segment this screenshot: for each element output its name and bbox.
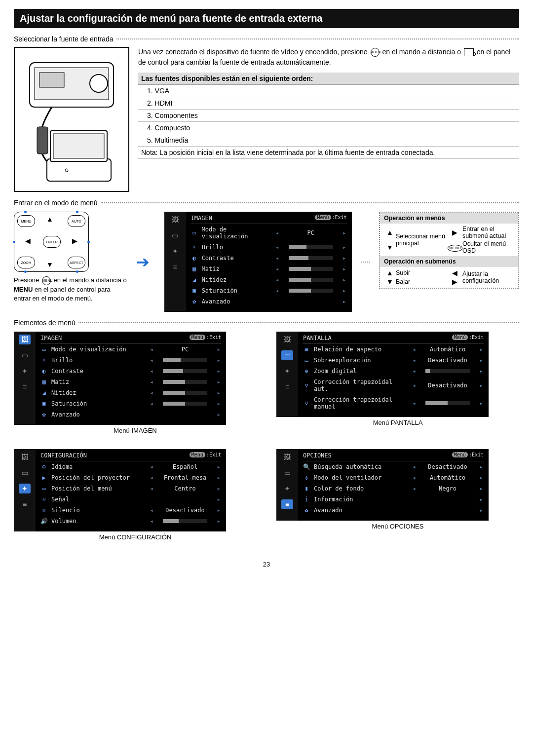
- osd-row: ▦Matiz◂▸: [40, 377, 221, 387]
- osd-opciones: 🖼▭✦≡ OPCIONESMenú:Exit 🔍Búsqueda automát…: [276, 449, 519, 521]
- projector-connection-illustration: [14, 47, 129, 192]
- remote-caption: Presione MENU en el mando a distancia o …: [14, 276, 127, 303]
- osd-row: ▦Matiz◂▸: [191, 264, 347, 274]
- svg-rect-4: [37, 127, 48, 154]
- projector-svg: [20, 53, 123, 186]
- osd-tab-icon: ≡: [281, 499, 293, 509]
- osd-row: ☼Brillo◂▸: [40, 355, 221, 366]
- osd-tab-icon: ≡: [19, 499, 31, 509]
- source-item: 2. HDMI: [138, 97, 519, 110]
- osd-row: ▽Corrección trapezoidal aut.◂Desactivado…: [303, 377, 484, 394]
- source-item: 3. Componentes: [138, 110, 519, 122]
- remote-auto-btn: AUTO: [68, 215, 85, 227]
- osd-tab-icon: ✦: [19, 366, 31, 376]
- remote-illustration: MENU AUTO ENTER ZOOM ASPECT ▲ ▼ ◀ ▶: [14, 212, 89, 272]
- operations-box: Operación en menús ▲ Seleccionar menú pr…: [379, 212, 519, 289]
- osd-row: ◢Nitidez◂▸: [40, 387, 221, 398]
- osd-row: ▣Saturación◂▸: [40, 398, 221, 409]
- osd-row: ▭Modo de visualización◂PC▸: [40, 344, 221, 355]
- section-enter-menu-heading: Entrar en el modo de menú: [14, 199, 519, 207]
- osd-row: ⊕Idioma◂Español▸: [40, 461, 221, 472]
- page-title: Ajustar la configuración de menú para fu…: [14, 9, 519, 28]
- dots: [78, 322, 519, 323]
- osd-imagen-main: 🖼▭✦≡ IMAGENMenú:Exit ▭Modo de visualizac…: [164, 212, 352, 312]
- menus-grid: 🖼▭✦≡ IMAGENMenú:Exit ▭Modo de visualizac…: [14, 332, 519, 541]
- osd-tab-icon: ≡: [169, 262, 181, 272]
- osd-tab-icon: ✦: [281, 484, 293, 493]
- osd-tab-icon: 🖼: [19, 452, 31, 462]
- page-number: 23: [14, 561, 519, 568]
- arrow-right-icon: ➔: [136, 253, 155, 271]
- osd-row: 🔊Volumen◂▸: [40, 516, 221, 527]
- sources-header: Las fuentes disponibles están en el sigu…: [138, 73, 519, 85]
- up-triangle-icon: ▲: [384, 228, 396, 236]
- intro-a: Una vez conectado el dispositivo de fuen…: [138, 48, 370, 56]
- ops-select-main: Seleccionar menú principal: [396, 233, 448, 247]
- osd-row: ▽Corrección trapezoidal manual◂▸: [303, 394, 484, 412]
- osd-row: 🔍Búsqueda automática◂Desactivado▸: [303, 461, 484, 472]
- sources-note: Nota: La posición inicial en la lista vi…: [138, 147, 519, 159]
- remote-menu-btn: MENU: [17, 215, 35, 227]
- sources-table: Las fuentes disponibles están en el sigu…: [138, 73, 519, 159]
- osd-row: ◐Contraste◂▸: [40, 366, 221, 377]
- osd-row: ✿Avanzado▸: [40, 409, 221, 420]
- osd-tab-icon: 🖼: [19, 335, 31, 344]
- osd-imagen: 🖼▭✦≡ IMAGENMenú:Exit ▭Modo de visualizac…: [14, 332, 257, 425]
- caption-imagen: Menú IMAGEN: [14, 427, 257, 434]
- svg-point-2: [90, 75, 108, 92]
- osd-row: ✣Modo del ventilador◂Automático▸: [303, 472, 484, 483]
- dots: [116, 38, 519, 39]
- source-item: 4. Compuesto: [138, 122, 519, 134]
- osd-row: ▭Posición del menú◂Centro▸: [40, 483, 221, 494]
- svg-rect-7: [53, 134, 104, 158]
- intro-paragraph: Una vez conectado el dispositivo de fuen…: [138, 47, 519, 68]
- osd-tab-icon: ✦: [169, 246, 181, 256]
- caption-pantalla: Menú PANTALLA: [276, 419, 519, 426]
- intro-b: en el mando a distancia o: [382, 48, 462, 56]
- ops-hide-osd: Ocultar el menú OSD: [462, 240, 514, 254]
- osd-tab-icon: 🖼: [281, 452, 293, 462]
- remote-aspect-btn: ASPECT: [68, 257, 85, 268]
- section-select-source-heading: Seleccionar la fuente de entrada: [14, 35, 519, 43]
- ops-up: Subir: [396, 269, 448, 276]
- menu-icon: MENU: [42, 276, 51, 285]
- ops-header-submenus: Operación en submenús: [380, 256, 518, 267]
- menu-round-icon: MENU: [448, 245, 462, 252]
- osd-row: ▶Posición del proyector◂Frontal mesa▸: [40, 472, 221, 483]
- osd-tab-icon: ▭: [169, 230, 181, 240]
- right-triangle-icon: ▶: [448, 278, 462, 286]
- osd-tab-icon: 🖼: [169, 215, 181, 225]
- osd-row: ⊕Zoom digital◂▸: [303, 366, 484, 377]
- osd-tab-icon: 🖼: [281, 335, 293, 344]
- osd-row: ▮Color de fondo◂Negro▸: [303, 483, 484, 494]
- up-triangle-icon: ▲: [384, 269, 396, 277]
- osd-row: ≈Señal▸: [40, 494, 221, 505]
- osd-row: ◢Nitidez◂▸: [191, 274, 347, 285]
- osd-tab-icon: ▭: [281, 350, 293, 360]
- osd-tab-icon: ▭: [19, 468, 31, 478]
- osd-tab-icon: ≡: [19, 382, 31, 392]
- section2-label: Entrar en el modo de menú: [14, 199, 98, 207]
- osd-row: ⊞Relación de aspecto◂Automático▸: [303, 344, 484, 355]
- osd-pantalla: 🖼▭✦≡ PANTALLAMenú:Exit ⊞Relación de aspe…: [276, 332, 519, 417]
- osd-row: iInformación▸: [303, 494, 484, 505]
- osd-row: ▣Saturación◂▸: [191, 285, 347, 296]
- caption-config: Menú CONFIGURACIÓN: [14, 533, 257, 541]
- down-triangle-icon: ▼: [384, 278, 396, 286]
- right-triangle-icon: ▶: [448, 228, 462, 236]
- ops-down: Bajar: [396, 278, 448, 285]
- ops-adjust: Ajustar la configuración: [462, 270, 514, 284]
- osd-config: 🖼▭✦≡ CONFIGURACIÓNMenú:Exit ⊕Idioma◂Espa…: [14, 449, 257, 531]
- source-item: 5. Multimedia: [138, 134, 519, 147]
- ops-enter-sub: Entrar en el submenú actual: [462, 226, 514, 239]
- osd-row: ✕Silencio◂Desactivado▸: [40, 505, 221, 516]
- auto-icon: AUTO: [371, 48, 380, 57]
- osd-row: ☼Brillo◂▸: [191, 242, 347, 253]
- remote-zoom-btn: ZOOM: [17, 257, 35, 268]
- caption-opciones: Menú OPCIONES: [276, 523, 519, 530]
- connector-line: [361, 262, 370, 263]
- osd-tab-icon: ▭: [281, 468, 293, 478]
- osd-row: ▭Sobreexploración◂Desactivado▸: [303, 355, 484, 366]
- ops-header-menus: Operación en menús: [380, 213, 518, 224]
- osd-tab-icon: ✦: [19, 484, 31, 493]
